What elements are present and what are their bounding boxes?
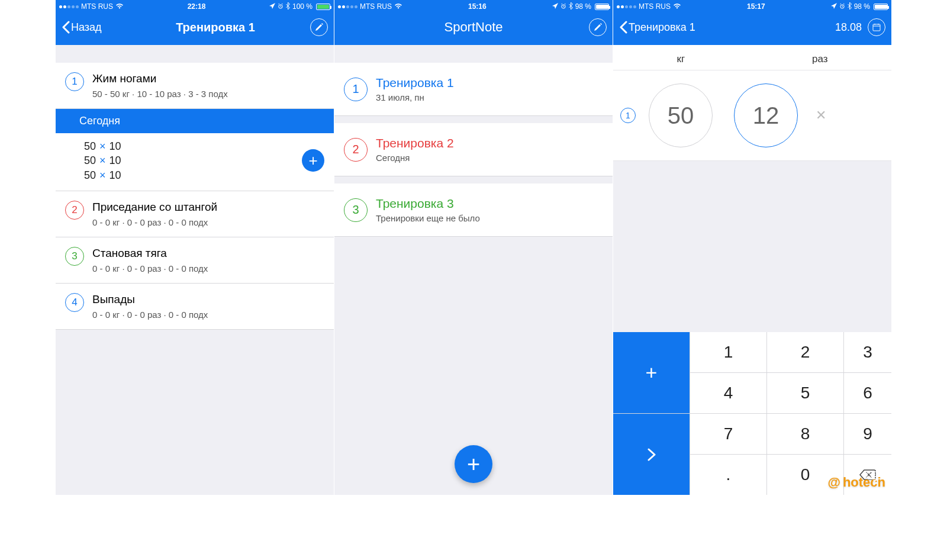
- key-dot[interactable]: .: [690, 455, 766, 495]
- exercise-row[interactable]: 3 Становая тяга 0 - 0 кг · 0 - 0 раз · 0…: [56, 237, 334, 284]
- plus-icon: +: [308, 152, 317, 170]
- signal-dots-icon: [617, 5, 636, 8]
- key-5[interactable]: 5: [767, 373, 843, 413]
- workout-date: 31 июля, пн: [376, 92, 603, 102]
- exercise-number-badge: 1: [65, 72, 84, 91]
- edit-button[interactable]: [310, 18, 328, 36]
- set-line: 50×10: [84, 168, 121, 182]
- unit-header: кг раз: [613, 45, 891, 70]
- key-3[interactable]: 3: [844, 332, 891, 372]
- bluetooth-icon: [848, 2, 852, 11]
- bluetooth-icon: [286, 2, 290, 11]
- key-4[interactable]: 4: [690, 373, 766, 413]
- back-button[interactable]: Назад: [62, 21, 127, 34]
- workout-title: Тренировка 2: [376, 136, 603, 150]
- battery-icon: [874, 4, 888, 10]
- sets-box: 50×10 50×10 50×10 +: [56, 133, 334, 191]
- exercise-title: Выпады: [92, 293, 326, 306]
- svg-rect-4: [867, 472, 882, 479]
- key-8[interactable]: 8: [767, 414, 843, 454]
- battery-pct-label: 98 %: [575, 2, 591, 11]
- signal-dots-icon: [338, 5, 357, 8]
- clock-label: 15:16: [468, 2, 487, 11]
- key-0[interactable]: 0: [767, 455, 843, 495]
- page-title: SportNote: [364, 20, 583, 35]
- back-label: Назад: [71, 21, 102, 34]
- pencil-icon: [594, 23, 602, 31]
- back-label: Тренировка 1: [629, 21, 695, 34]
- key-plus[interactable]: +: [613, 332, 690, 413]
- key-6[interactable]: 6: [844, 373, 891, 413]
- section-today: Сегодня: [56, 109, 334, 133]
- key-1[interactable]: 1: [690, 332, 766, 372]
- nav-bar: Тренировка 1 18.08: [613, 13, 891, 45]
- workout-row[interactable]: 1 Тренировка 1 31 июля, пн: [334, 63, 613, 116]
- workout-title: Тренировка 1: [376, 76, 603, 90]
- location-icon: [552, 2, 558, 11]
- wifi-icon: [115, 2, 124, 11]
- page-title: Тренировка 1: [127, 21, 304, 34]
- exercise-number-badge: 2: [65, 201, 84, 220]
- workout-row[interactable]: 3 Тренировка 3 Тренировки еще не было: [334, 184, 613, 237]
- status-bar: MTS RUS 15:17 98 %: [613, 0, 891, 13]
- wifi-icon: [394, 2, 402, 11]
- key-7[interactable]: 7: [690, 414, 766, 454]
- pencil-icon: [315, 23, 323, 31]
- location-icon: [831, 2, 837, 11]
- workout-number-badge: 1: [344, 78, 368, 101]
- nav-bar: SportNote: [334, 13, 613, 45]
- add-workout-button[interactable]: +: [455, 445, 492, 483]
- status-bar: MTS RUS 15:16 98 %: [334, 0, 613, 13]
- close-icon: ✕: [816, 108, 826, 123]
- bluetooth-icon: [569, 2, 573, 11]
- key-9[interactable]: 9: [844, 414, 891, 454]
- exercise-number-badge: 4: [65, 293, 84, 312]
- svg-rect-3: [873, 24, 880, 31]
- exercise-summary: 50 - 50 кг · 10 - 10 раз · 3 - 3 подх: [92, 89, 326, 99]
- plus-icon: +: [646, 361, 658, 384]
- kg-input[interactable]: 50: [649, 83, 713, 147]
- chevron-right-icon: [647, 448, 656, 462]
- unit-reps-label: раз: [812, 53, 828, 65]
- edit-button[interactable]: [589, 18, 607, 36]
- exercise-number-badge: 3: [65, 247, 84, 266]
- set-input-row: 1 50 12 ✕: [613, 70, 891, 161]
- keyboard-toggle-icon: [867, 471, 883, 484]
- carrier-label: MTS RUS: [360, 2, 392, 11]
- carrier-label: MTS RUS: [81, 2, 113, 11]
- key-2[interactable]: 2: [767, 332, 843, 372]
- workout-number-badge: 3: [344, 198, 368, 222]
- reps-input[interactable]: 12: [734, 83, 798, 147]
- exercise-summary: 0 - 0 кг · 0 - 0 раз · 0 - 0 подх: [92, 310, 326, 320]
- workout-row[interactable]: 2 Тренировка 2 Сегодня: [334, 123, 613, 176]
- battery-pct-label: 98 %: [854, 2, 870, 11]
- screen-workout-list: MTS RUS 15:16 98 % SportNote 1 Тренир: [334, 0, 613, 495]
- exercise-summary: 0 - 0 кг · 0 - 0 раз · 0 - 0 подх: [92, 263, 326, 273]
- battery-pct-label: 100 %: [292, 2, 313, 11]
- screen-workout-detail: MTS RUS 22:18 100 % Назад Тренировка 1: [56, 0, 334, 495]
- date-label: 18.08: [835, 21, 862, 34]
- location-icon: [269, 2, 275, 11]
- alarm-icon: [561, 2, 566, 11]
- add-set-button[interactable]: +: [302, 149, 324, 172]
- set-line: 50×10: [84, 153, 121, 168]
- workout-number-badge: 2: [344, 138, 368, 162]
- clear-button[interactable]: ✕: [811, 108, 831, 123]
- wifi-icon: [673, 2, 681, 11]
- key-next[interactable]: [613, 414, 690, 495]
- clock-label: 22:18: [188, 2, 206, 11]
- status-bar: MTS RUS 22:18 100 %: [56, 0, 334, 13]
- alarm-icon: [839, 2, 845, 11]
- unit-kg-label: кг: [677, 53, 685, 65]
- battery-icon: [595, 4, 609, 10]
- set-number-badge: 1: [620, 108, 636, 123]
- workout-date: Сегодня: [376, 153, 603, 163]
- calendar-button[interactable]: [868, 18, 885, 36]
- exercise-title: Становая тяга: [92, 247, 326, 260]
- workout-date: Тренировки еще не было: [376, 213, 603, 223]
- back-button[interactable]: Тренировка 1: [619, 21, 695, 34]
- nav-bar: Назад Тренировка 1: [56, 13, 334, 45]
- exercise-row[interactable]: 4 Выпады 0 - 0 кг · 0 - 0 раз · 0 - 0 по…: [56, 284, 334, 330]
- exercise-row[interactable]: 1 Жим ногами 50 - 50 кг · 10 - 10 раз · …: [56, 63, 334, 109]
- exercise-row[interactable]: 2 Приседание со штангой 0 - 0 кг · 0 - 0…: [56, 191, 334, 237]
